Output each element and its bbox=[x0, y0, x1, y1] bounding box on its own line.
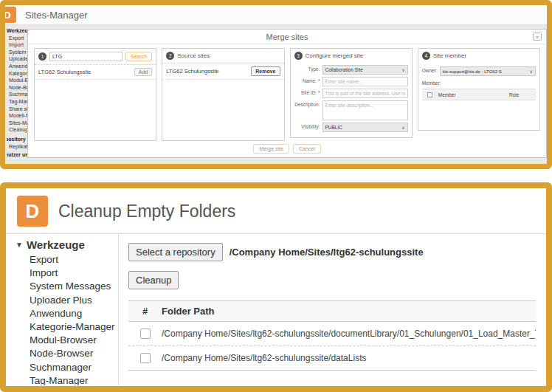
name-label: Name: * bbox=[294, 77, 322, 86]
dialog-footer: Merge site Cancel bbox=[28, 142, 546, 157]
source-site-row: LTG62 Schulungssite Remove bbox=[162, 63, 283, 80]
sidebar-item[interactable]: Anwendung bbox=[30, 307, 118, 320]
add-button[interactable]: Add bbox=[134, 68, 152, 76]
folders-table-header: # Folder Path bbox=[128, 300, 536, 322]
sidebar-item[interactable]: Node-Browser bbox=[30, 347, 118, 360]
sites-manager-titlebar: D Sites-Manager bbox=[5, 5, 547, 25]
table-row: /Company Home/Sites/ltg62-schulungssite/… bbox=[128, 346, 536, 371]
merge-sites-dialog: Merge sites x 1 Search LTG62 Schulungssi… bbox=[27, 29, 547, 158]
merge-site-button[interactable]: Merge site bbox=[253, 144, 289, 154]
sidebar-item[interactable]: Suchmanager bbox=[30, 361, 118, 374]
visibility-select[interactable]: PUBLIC ∨ bbox=[322, 123, 408, 132]
sidebar-item[interactable]: Import bbox=[30, 267, 118, 280]
search-result-label: LTG62 Schulungssite bbox=[38, 69, 91, 75]
member-table-header: Member Role bbox=[422, 89, 536, 100]
role-column-header: Role bbox=[509, 92, 536, 97]
repository-path: /Company Home/Sites/ltg62-schulungssite bbox=[230, 247, 424, 258]
search-sites-panel: 1 Search LTG62 Schulungssite Add bbox=[34, 48, 156, 141]
select-repository-button[interactable]: Select a repository bbox=[128, 243, 223, 261]
close-icon[interactable]: x bbox=[533, 32, 542, 41]
sidebar-item[interactable]: Tag-Manager bbox=[30, 374, 118, 385]
folders-table: # Folder Path /Company Home/Sites/ltg62-… bbox=[128, 300, 536, 371]
app-logo: D bbox=[17, 196, 48, 227]
sidebar-section-werkzeuge[interactable]: ▼ Werkzeuge bbox=[15, 238, 118, 251]
row-checkbox[interactable] bbox=[140, 353, 151, 363]
type-select[interactable]: Collaboration Site ∨ bbox=[322, 65, 408, 75]
row-checkbox[interactable] bbox=[140, 329, 151, 339]
table-row: /Company Home/Sites/ltg62-schulungssite/… bbox=[128, 322, 536, 346]
remove-button[interactable]: Remove bbox=[251, 66, 280, 76]
configure-title: Configure merged site bbox=[306, 52, 364, 59]
select-all-checkbox[interactable] bbox=[427, 92, 432, 97]
step-4-badge: 4 bbox=[422, 52, 430, 60]
site-member-panel: 4 Site member Owner: itis-support@itis.d… bbox=[418, 48, 540, 131]
tools-sidebar: ▼ Werkzeuge Export Import System Message… bbox=[6, 234, 119, 385]
chevron-down-icon: ∨ bbox=[401, 125, 404, 130]
search-button[interactable]: Search bbox=[125, 52, 152, 61]
page-title: Sites-Manager bbox=[25, 10, 88, 21]
sites-manager-screenshot: D Sites-Manager Werkzeu Export Import Sy… bbox=[0, 0, 552, 169]
cleanup-empty-folders-screenshot: D Cleanup Empty Folders ▼ Werkzeuge Expo… bbox=[0, 182, 552, 392]
owner-label: Owner: bbox=[422, 66, 438, 76]
source-site-label: LTG62 Schulungssite bbox=[166, 68, 218, 75]
source-sites-title: Source sites bbox=[177, 52, 210, 59]
site-description-textarea[interactable] bbox=[322, 100, 408, 120]
step-2-badge: 2 bbox=[166, 52, 174, 60]
source-sites-panel: 2 Source sites LTG62 Schulungssite Remov… bbox=[162, 48, 284, 141]
type-label: Type: bbox=[294, 65, 322, 75]
site-id-label: Site ID: * bbox=[294, 89, 322, 98]
step-1-badge: 1 bbox=[38, 52, 46, 61]
search-result-row: LTG62 Schulungssite Add bbox=[35, 65, 156, 80]
cleanup-content: ▼ Werkzeuge Export Import System Message… bbox=[6, 234, 546, 385]
sidebar-item[interactable]: System Messages bbox=[30, 280, 118, 293]
hash-column-header: # bbox=[128, 306, 162, 317]
description-label: Description: bbox=[294, 100, 322, 120]
site-search-input[interactable] bbox=[49, 52, 123, 61]
sidebar-items: Export Import System Messages Uploader P… bbox=[15, 253, 118, 385]
sidebar-item[interactable]: Export bbox=[30, 253, 118, 267]
configure-merged-site-panel: 3 Configure merged site Type: Collaborat… bbox=[290, 48, 413, 138]
visibility-label: Visibility: bbox=[294, 123, 322, 132]
page-title: Cleanup Empty Folders bbox=[58, 202, 235, 221]
dialog-panels: 1 Search LTG62 Schulungssite Add 2 Sourc… bbox=[28, 44, 546, 141]
chevron-down-icon: ∨ bbox=[530, 69, 533, 74]
dialog-title: Merge sites bbox=[28, 30, 546, 44]
app-logo: D bbox=[0, 7, 16, 23]
sites-manager-body: Werkzeu Export Import System Me Uploader… bbox=[5, 25, 547, 164]
owner-select[interactable]: itis-support@itis.de - LTG62 S ∨ bbox=[440, 66, 536, 76]
sidebar-item[interactable]: Modul-Browser bbox=[30, 334, 118, 347]
site-name-input[interactable] bbox=[322, 77, 408, 86]
cancel-button[interactable]: Cancel bbox=[293, 144, 321, 154]
folder-path-column-header: Folder Path bbox=[162, 306, 536, 317]
sidebar-section-label: Werkzeuge bbox=[27, 238, 85, 251]
collapse-triangle-icon: ▼ bbox=[15, 241, 23, 249]
cleanup-button[interactable]: Cleanup bbox=[128, 271, 179, 289]
folder-path-cell: /Company Home/Sites/ltg62-schulungssite/… bbox=[162, 329, 536, 339]
cleanup-header: D Cleanup Empty Folders bbox=[6, 188, 546, 234]
folders-table-body: /Company Home/Sites/ltg62-schulungssite/… bbox=[128, 322, 536, 371]
chevron-down-icon: ∨ bbox=[401, 67, 404, 72]
member-label: Member: bbox=[422, 80, 536, 86]
sidebar-item[interactable]: Kategorie-Manager bbox=[30, 320, 118, 334]
site-id-input[interactable] bbox=[322, 89, 408, 98]
step-3-badge: 3 bbox=[294, 52, 303, 60]
folder-path-cell: /Company Home/Sites/ltg62-schulungssite/… bbox=[162, 353, 536, 363]
member-column-header: Member bbox=[438, 92, 509, 97]
repository-row: Select a repository /Company Home/Sites/… bbox=[128, 243, 536, 261]
sidebar-item[interactable]: Uploader Plus bbox=[30, 294, 118, 307]
cleanup-main: Select a repository /Company Home/Sites/… bbox=[119, 234, 546, 385]
site-member-title: Site member bbox=[433, 52, 466, 59]
